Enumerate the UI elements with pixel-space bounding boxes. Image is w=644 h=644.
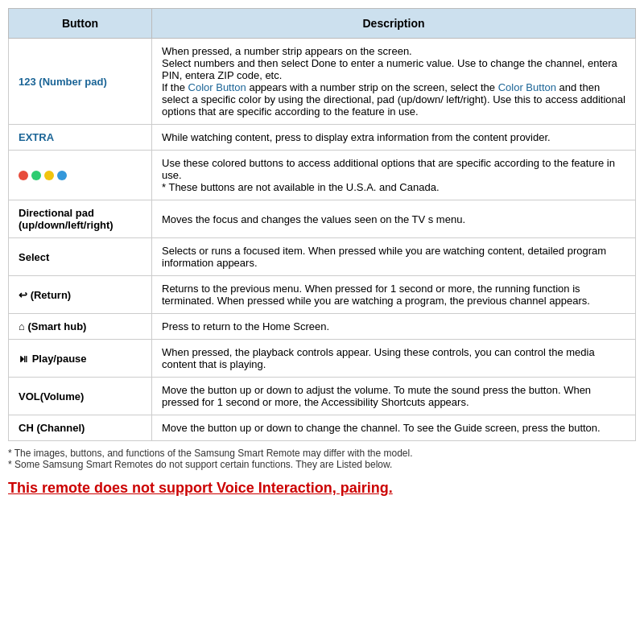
dot-blue (57, 171, 67, 180)
footnote-2: * Some Samsung Smart Remotes do not supp… (8, 459, 636, 470)
dpad-label: Directional pad (up/down/left/right) (19, 207, 114, 231)
desc-text: Selects or runs a focused item. When pre… (162, 245, 606, 269)
button-description-table: Button Description 123 (Number pad) When… (8, 8, 636, 441)
button-cell-smarthub: ⌂ (Smart hub) (9, 314, 152, 340)
header-description: Description (152, 9, 636, 39)
table-row: ⌂ (Smart hub) Press to return to the Hom… (9, 314, 636, 340)
select-label: Select (19, 251, 49, 263)
desc-text: When pressed, a number strip appears on … (162, 45, 625, 118)
desc-text: Moves the focus and changes the values s… (162, 213, 465, 225)
description-cell-return: Returns to the previous menu. When press… (152, 276, 636, 314)
button-cell-numberpad: 123 (Number pad) (9, 39, 152, 125)
playpause-label: Play/pause (32, 353, 87, 365)
button-cell-colordots (9, 151, 152, 200)
description-cell-select: Selects or runs a focused item. When pre… (152, 238, 636, 276)
description-cell-colordots: Use these colored buttons to access addi… (152, 151, 636, 200)
table-row: Directional pad (up/down/left/right) Mov… (9, 200, 636, 238)
dot-yellow (44, 171, 54, 180)
button-cell-dpad: Directional pad (up/down/left/right) (9, 200, 152, 238)
color-button-link1: Color Button (188, 81, 246, 93)
description-cell-volume: Move the button up or down to adjust the… (152, 378, 636, 415)
extra-label: EXTRA (19, 131, 54, 143)
return-icon: ↩ (19, 289, 27, 301)
channel-label: CH (Channel) (19, 422, 85, 434)
color-button-link2: Color Button (498, 81, 556, 93)
footnotes-section: * The images, buttons, and functions of … (8, 448, 636, 470)
description-cell-numberpad: When pressed, a number strip appears on … (152, 39, 636, 125)
volume-label: VOL(Volume) (19, 390, 84, 402)
description-cell-smarthub: Press to return to the Home Screen. (152, 314, 636, 340)
footnote-1: * The images, buttons, and functions of … (8, 448, 636, 459)
smarthub-label: (Smart hub) (27, 320, 86, 332)
table-row: ↩ (Return) Returns to the previous menu.… (9, 276, 636, 314)
desc-text: Move the button up or down to change the… (162, 422, 601, 434)
table-row: Use these colored buttons to access addi… (9, 151, 636, 200)
desc-text: Returns to the previous menu. When press… (162, 283, 590, 307)
number-pad-label: 123 (Number pad) (19, 76, 107, 88)
button-cell-select: Select (9, 238, 152, 276)
table-row: CH (Channel) Move the button up or down … (9, 415, 636, 441)
dot-red (19, 171, 28, 180)
button-cell-return: ↩ (Return) (9, 276, 152, 314)
desc-text: Move the button up or down to adjust the… (162, 384, 591, 408)
color-dots-container (19, 171, 142, 180)
description-cell-extra: While watching content, press to display… (152, 125, 636, 151)
desc-text: While watching content, press to display… (162, 131, 551, 143)
description-cell-channel: Move the button up or down to change the… (152, 415, 636, 441)
description-cell-dpad: Moves the focus and changes the values s… (152, 200, 636, 238)
dot-green (31, 171, 41, 180)
desc-text: When pressed, the playback controls appe… (162, 346, 595, 370)
button-cell-channel: CH (Channel) (9, 415, 152, 441)
desc-text: Use these colored buttons to access addi… (162, 157, 615, 193)
home-icon: ⌂ (19, 320, 25, 332)
description-cell-playpause: When pressed, the playback controls appe… (152, 340, 636, 378)
button-cell-extra: EXTRA (9, 125, 152, 151)
return-label: (Return) (31, 289, 72, 301)
table-row: EXTRA While watching content, press to d… (9, 125, 636, 151)
table-row: ⏯ Play/pause When pressed, the playback … (9, 340, 636, 378)
table-row: Select Selects or runs a focused item. W… (9, 238, 636, 276)
button-cell-volume: VOL(Volume) (9, 378, 152, 415)
voice-notice: This remote does not support Voice Inter… (8, 480, 636, 497)
header-button: Button (9, 9, 152, 39)
desc-text: Press to return to the Home Screen. (162, 320, 329, 332)
button-cell-playpause: ⏯ Play/pause (9, 340, 152, 378)
table-row: VOL(Volume) Move the button up or down t… (9, 378, 636, 415)
play-icon: ⏯ (19, 353, 29, 365)
table-row: 123 (Number pad) When pressed, a number … (9, 39, 636, 125)
